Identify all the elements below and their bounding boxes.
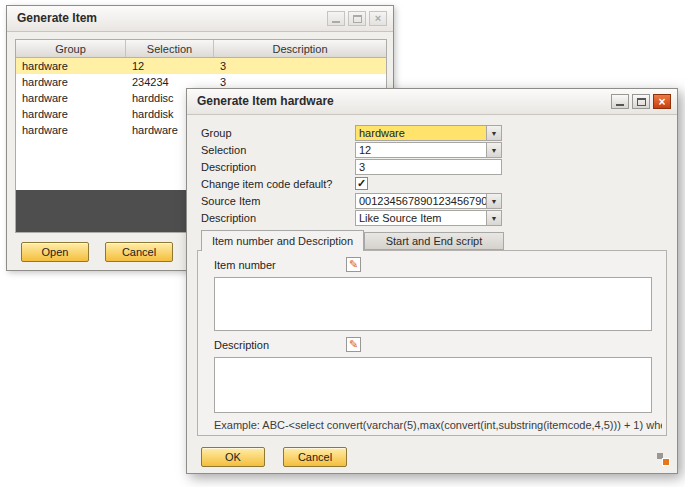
maximize-button[interactable] <box>632 94 650 109</box>
selection-label: Selection <box>201 144 355 156</box>
source-item-label: Source Item <box>201 195 355 207</box>
description-label: Description <box>201 161 355 173</box>
cancel-button[interactable]: Cancel <box>105 242 173 262</box>
minimize-icon <box>616 104 624 106</box>
column-header-description[interactable]: Description <box>214 40 386 57</box>
edit-script-icon[interactable]: ✎ <box>346 337 361 352</box>
close-button[interactable]: × <box>369 11 387 26</box>
window1-controls: × <box>327 11 387 26</box>
panel-description-label: Description <box>214 339 269 351</box>
form-row-checkbox: Change item code default? <box>201 176 355 192</box>
description-script-textarea[interactable] <box>214 357 652 413</box>
chevron-down-icon[interactable]: ▼ <box>486 126 501 140</box>
form-row-source-item: Source Item <box>201 193 355 209</box>
cell-group: hardware <box>16 74 126 90</box>
minimize-button[interactable] <box>327 11 345 26</box>
window1-title: Generate Item <box>17 6 97 31</box>
description2-combobox[interactable]: Like Source Item ▼ <box>355 210 502 226</box>
selection-combobox[interactable]: 12 ▼ <box>355 142 502 158</box>
item-number-script-textarea[interactable] <box>214 277 652 331</box>
selection-value: 12 <box>356 143 486 157</box>
cell-description: 3 <box>214 58 386 74</box>
description2-label: Description <box>201 212 355 224</box>
close-button[interactable]: × <box>653 94 671 109</box>
source-item-combobox[interactable]: 00123456789012345679012345 ▼ <box>355 193 502 209</box>
description-field[interactable] <box>355 159 502 175</box>
pencil-icon: ✎ <box>349 259 358 270</box>
window2-titlebar[interactable]: Generate Item hardware × <box>187 89 677 115</box>
maximize-icon <box>353 15 362 23</box>
example-text: Example: ABC-<select convert(varchar(5),… <box>214 419 662 431</box>
window1-titlebar[interactable]: Generate Item × <box>7 6 393 32</box>
resize-grip-icon <box>662 458 670 466</box>
change-item-code-label: Change item code default? <box>201 178 355 190</box>
checkmark-icon: ✓ <box>357 178 366 189</box>
cell-group: hardware <box>16 58 126 74</box>
chevron-down-icon[interactable]: ▼ <box>486 194 501 208</box>
resize-grip[interactable] <box>657 453 670 466</box>
column-header-group[interactable]: Group <box>16 40 126 57</box>
cell-group: hardware <box>16 106 126 122</box>
item-number-description-panel: Item number ✎ Description ✎ Example: ABC… <box>197 250 667 436</box>
chevron-down-icon[interactable]: ▼ <box>486 211 501 225</box>
form-row-group: Group <box>201 125 355 141</box>
form-row-description: Description <box>201 159 355 175</box>
column-header-selection[interactable]: Selection <box>126 40 214 57</box>
maximize-button[interactable] <box>348 11 366 26</box>
form-row-selection: Selection <box>201 142 355 158</box>
minimize-button[interactable] <box>611 94 629 109</box>
window2-controls: × <box>611 94 671 109</box>
generate-item-hardware-window: Generate Item hardware × Group hardware … <box>186 88 678 474</box>
edit-script-icon[interactable]: ✎ <box>346 257 361 272</box>
item-number-label: Item number <box>214 259 276 271</box>
description2-value: Like Source Item <box>356 211 486 225</box>
cell-group: hardware <box>16 90 126 106</box>
change-item-code-checkbox[interactable]: ✓ <box>355 177 368 190</box>
open-button[interactable]: Open <box>21 242 89 262</box>
cell-group: hardware <box>16 122 126 138</box>
cell-selection: 12 <box>126 58 214 74</box>
pencil-icon: ✎ <box>349 339 358 350</box>
close-icon: × <box>375 13 381 24</box>
window2-title: Generate Item hardware <box>197 89 334 114</box>
ok-button[interactable]: OK <box>201 447 265 467</box>
minimize-icon <box>332 21 340 23</box>
close-icon: × <box>658 96 665 108</box>
group-combobox[interactable]: hardware ▼ <box>355 125 502 141</box>
form-row-description2: Description <box>201 210 355 226</box>
tab-start-and-end-script[interactable]: Start and End script <box>364 232 504 250</box>
source-item-value: 00123456789012345679012345 <box>356 194 486 208</box>
chevron-down-icon[interactable]: ▼ <box>486 143 501 157</box>
maximize-icon <box>637 98 646 106</box>
cancel-button[interactable]: Cancel <box>283 447 347 467</box>
table-header: Group Selection Description <box>16 40 386 58</box>
group-label: Group <box>201 127 355 139</box>
table-row[interactable]: hardware 12 3 <box>16 58 386 74</box>
tab-item-number-and-description[interactable]: Item number and Description <box>201 230 364 251</box>
group-value: hardware <box>356 126 486 140</box>
